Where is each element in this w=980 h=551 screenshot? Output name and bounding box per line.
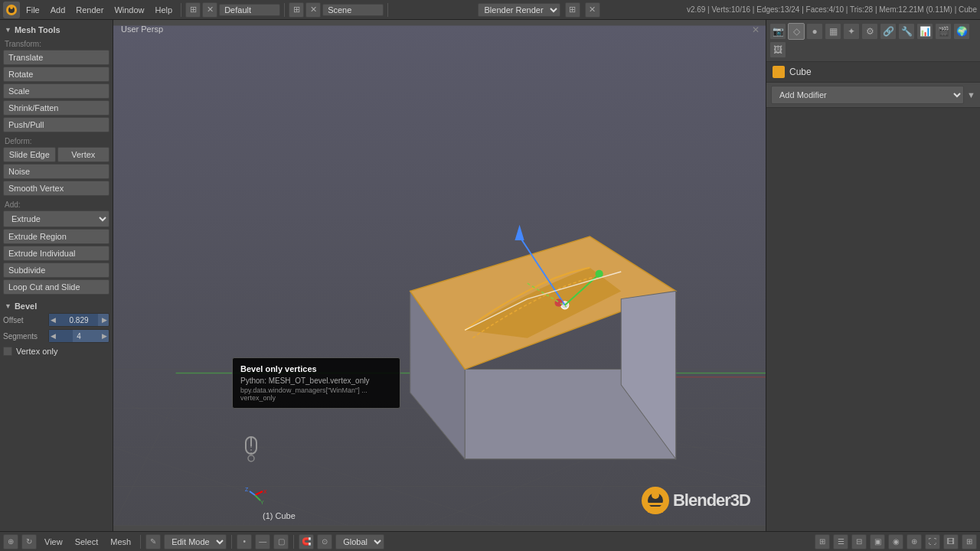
help-menu[interactable]: Help	[151, 4, 178, 16]
edge-icon[interactable]: —	[255, 534, 270, 549]
window-menu[interactable]: Window	[109, 4, 149, 16]
layout-icon-2[interactable]: ✕	[202, 2, 217, 18]
svg-point-37	[248, 455, 254, 461]
scene-icon-1[interactable]: ⊞	[289, 2, 304, 18]
physics-icon[interactable]: ⚙	[861, 23, 878, 40]
axis-indicator: X Y Z	[243, 484, 266, 508]
viewport[interactable]: User Persp ✕	[113, 20, 766, 531]
cube-name-row: Cube	[766, 62, 980, 83]
bottom-bar: ⊕ ↻ View Select Mesh ✎ Edit Mode • — ▢ 🧲…	[0, 531, 980, 551]
viewport-close-btn[interactable]: ✕	[752, 24, 760, 35]
transform-label: Transform:	[3, 37, 109, 50]
separator	[181, 3, 181, 17]
tooltip-title: Bevel only vertices	[240, 364, 392, 373]
layout-input[interactable]	[219, 4, 280, 16]
constraint-icon[interactable]: 🔗	[880, 23, 897, 40]
offset-left-arrow[interactable]: ◀	[51, 316, 56, 324]
bottom-sep2	[231, 535, 232, 549]
noise-btn[interactable]: Noise	[3, 164, 109, 179]
extrude-region-btn[interactable]: Extrude Region	[3, 229, 109, 244]
subdivide-btn[interactable]: Subdivide	[3, 262, 109, 278]
scene-input[interactable]	[322, 4, 384, 16]
segments-right-arrow[interactable]: ▶	[102, 332, 107, 340]
offset-right-arrow[interactable]: ▶	[102, 316, 107, 324]
svg-rect-48	[645, 507, 666, 509]
sync-icon[interactable]: ↻	[21, 534, 37, 549]
view-label: User Persp	[121, 24, 163, 34]
tool3[interactable]: ⊟	[851, 534, 867, 549]
view-menu[interactable]: View	[40, 536, 67, 548]
add-menu[interactable]: Add	[46, 4, 70, 16]
slide-edge-btn[interactable]: Slide Edge	[3, 147, 56, 162]
object-name: (1) Cube	[263, 511, 296, 520]
smooth-vertex-btn[interactable]: Smooth Vertex	[3, 181, 109, 196]
top-bar: File Add Render Window Help ⊞ ✕ ⊞ ✕ Blen…	[0, 0, 980, 20]
mouse-cursor-icon	[240, 435, 263, 470]
extrude-individual-btn[interactable]: Extrude Individual	[3, 246, 109, 261]
mode-select[interactable]: Edit Mode	[164, 534, 227, 549]
tool6[interactable]: ⊕	[906, 534, 922, 549]
world-icon[interactable]: 🌍	[953, 23, 970, 40]
scene-icon-2[interactable]: ✕	[305, 2, 321, 18]
engine-icon-1[interactable]: ⊞	[565, 2, 580, 18]
version-info: v2.69 | Verts:10/16 | Edges:13/24 | Face…	[687, 5, 977, 14]
svg-rect-49	[648, 510, 663, 513]
tool8[interactable]: 🎞	[943, 534, 959, 549]
add-modifier-select[interactable]: Add Modifier	[771, 86, 964, 104]
face-icon[interactable]: ▢	[273, 534, 289, 549]
blender-logo-text: Blender3D	[673, 491, 750, 510]
bottom-sep1	[140, 535, 141, 549]
main-area: ▼ Mesh Tools Transform: Translate Rotate…	[0, 20, 980, 531]
vertex-btn[interactable]: Vertex	[57, 147, 110, 162]
rotate-btn[interactable]: Rotate	[3, 67, 109, 82]
particle-icon[interactable]: ✦	[843, 23, 860, 40]
pushpull-btn[interactable]: Push/Pull	[3, 117, 109, 132]
offset-slider[interactable]: ◀ 0.829 ▶	[48, 313, 109, 327]
tool2[interactable]: ☰	[833, 534, 848, 549]
mesh-menu[interactable]: Mesh	[106, 536, 136, 548]
texture-icon[interactable]: ▦	[825, 23, 841, 40]
vertex-only-checkbox[interactable]	[3, 347, 12, 356]
offset-row: Offset ◀ 0.829 ▶	[3, 313, 109, 327]
translate-btn[interactable]: Translate	[3, 50, 109, 65]
tool9[interactable]: ⊞	[962, 534, 977, 549]
scene-icon[interactable]: 🎬	[935, 23, 952, 40]
camera-icon[interactable]: 📷	[769, 23, 786, 40]
segments-slider[interactable]: ◀ 4 ▶	[48, 329, 109, 343]
scale-btn[interactable]: Scale	[3, 83, 109, 99]
separator2	[284, 3, 285, 17]
tool1[interactable]: ⊞	[815, 534, 830, 549]
tooltip-code: bpy.data.window_managers["WinMan"] ... v…	[240, 386, 392, 402]
edit-icon[interactable]: ✎	[145, 534, 161, 549]
material-icon[interactable]: ●	[806, 23, 823, 40]
bottom-blender-icon[interactable]: ⊕	[3, 534, 18, 549]
tool7[interactable]: ⛶	[925, 534, 940, 549]
prop-icon[interactable]: ⊙	[317, 534, 332, 549]
layout-icon-1[interactable]: ⊞	[185, 2, 201, 18]
select-menu[interactable]: Select	[70, 536, 103, 548]
collapse-triangle[interactable]: ▼	[5, 26, 11, 34]
svg-point-2	[10, 6, 13, 9]
data-icon[interactable]: 📊	[916, 23, 933, 40]
extrude-select[interactable]: Extrude	[3, 210, 109, 227]
engine-select[interactable]: Blender Render	[478, 3, 560, 17]
tool4[interactable]: ▣	[870, 534, 885, 549]
bevel-collapse[interactable]: ▼	[5, 302, 11, 310]
mesh-tools-title: ▼ Mesh Tools	[3, 23, 109, 37]
tool5[interactable]: ◉	[888, 534, 903, 549]
file-menu[interactable]: File	[21, 4, 44, 16]
render-menu[interactable]: Render	[71, 4, 108, 16]
vertex-icon[interactable]: •	[237, 534, 252, 549]
render-icon[interactable]: 🖼	[769, 41, 786, 58]
engine-icon-2[interactable]: ✕	[585, 2, 600, 18]
mesh-icon[interactable]: ◇	[788, 23, 805, 40]
object-icon[interactable]: 🔧	[898, 23, 915, 40]
blender-icon	[3, 2, 20, 18]
shrink-btn[interactable]: Shrink/Fatten	[3, 100, 109, 116]
snap-icon[interactable]: 🧲	[299, 534, 314, 549]
loop-cut-btn[interactable]: Loop Cut and Slide	[3, 279, 109, 295]
bevel-title: ▼ Bevel	[3, 299, 109, 313]
svg-line-38	[255, 491, 263, 495]
pivot-select[interactable]: Global	[335, 534, 384, 549]
segments-left-arrow[interactable]: ◀	[51, 332, 56, 340]
